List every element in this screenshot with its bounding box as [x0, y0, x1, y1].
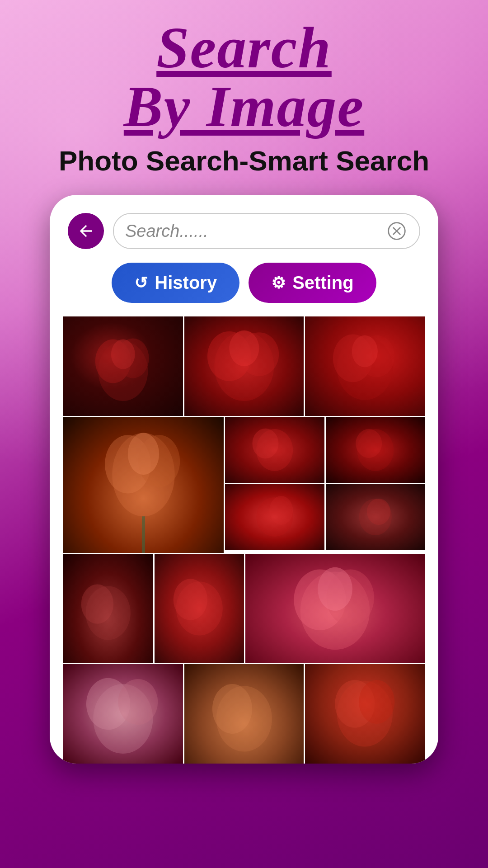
- action-buttons-row: ↺ History ⚙ Setting: [63, 263, 425, 303]
- svg-point-18: [128, 433, 159, 475]
- svg-point-10: [229, 330, 259, 366]
- rose-image-10[interactable]: [63, 664, 183, 764]
- svg-point-15: [112, 433, 174, 517]
- clear-button[interactable]: [385, 220, 408, 242]
- rose-image-5[interactable]: [225, 484, 324, 550]
- history-button[interactable]: ↺ History: [112, 263, 239, 303]
- rose-svg-big-right: [245, 554, 425, 663]
- svg-point-11: [337, 336, 393, 400]
- phone-frame: Search...... ↺ History: [50, 195, 438, 764]
- grid-row-3: [63, 554, 425, 663]
- rose-svg-7: [326, 484, 425, 550]
- search-placeholder: Search......: [125, 222, 208, 241]
- svg-point-37: [86, 678, 130, 730]
- rose-image-big-right[interactable]: [245, 554, 425, 663]
- setting-icon: ⚙: [271, 274, 286, 292]
- content-wrapper: Search By Image Photo Search-Smart Searc…: [0, 0, 488, 764]
- svg-point-38: [118, 679, 158, 725]
- back-button[interactable]: [68, 213, 104, 249]
- rose-svg-12: [305, 664, 425, 764]
- grid-row-2: [63, 417, 425, 553]
- svg-point-5: [117, 338, 149, 378]
- svg-point-20: [256, 429, 293, 471]
- svg-point-8: [207, 331, 251, 381]
- history-icon: ↺: [134, 274, 148, 292]
- rose-svg-6: [326, 417, 425, 483]
- grid-row-4: [63, 664, 425, 764]
- rose-image-12[interactable]: [305, 664, 425, 764]
- rose-svg-10: [63, 664, 183, 764]
- rose-svg-1: [63, 316, 183, 416]
- svg-point-12: [333, 335, 373, 382]
- svg-point-21: [252, 429, 278, 459]
- rose-image-big-left[interactable]: [63, 417, 224, 553]
- search-area: Search......: [63, 213, 425, 249]
- phone-inner: Search...... ↺ History: [63, 213, 425, 764]
- title-byimage: By Image: [124, 77, 364, 136]
- rose-svg-5: [225, 484, 324, 550]
- svg-point-28: [86, 586, 131, 640]
- svg-point-33: [294, 570, 346, 630]
- svg-point-6: [111, 340, 135, 369]
- svg-point-34: [326, 570, 374, 626]
- rose-svg-4: [225, 417, 324, 483]
- svg-point-41: [337, 681, 393, 746]
- svg-point-13: [359, 335, 394, 377]
- svg-point-35: [318, 567, 352, 611]
- svg-point-36: [93, 684, 153, 754]
- svg-point-7: [214, 331, 274, 401]
- svg-point-27: [366, 499, 390, 525]
- svg-point-16: [105, 435, 151, 493]
- svg-point-9: [239, 332, 279, 376]
- svg-point-14: [352, 335, 378, 367]
- svg-point-42: [335, 680, 375, 728]
- rose-svg-11: [184, 664, 304, 764]
- grid-row-1: [63, 316, 425, 416]
- back-arrow-icon: [77, 222, 95, 240]
- app-subtitle: Photo Search-Smart Search: [59, 145, 429, 177]
- history-label: History: [155, 273, 217, 293]
- rose-image-9[interactable]: [155, 554, 244, 663]
- rose-image-4[interactable]: [225, 417, 324, 483]
- rose-image-1[interactable]: [63, 316, 183, 416]
- rose-image-7[interactable]: [326, 484, 425, 550]
- setting-button[interactable]: ⚙ Setting: [249, 263, 376, 303]
- rose-svg-big: [63, 417, 224, 553]
- rose-image-6[interactable]: [326, 417, 425, 483]
- svg-point-17: [138, 435, 180, 487]
- rose-svg-9: [155, 554, 244, 663]
- rose-image-11[interactable]: [184, 664, 304, 764]
- rose-image-8[interactable]: [63, 554, 153, 663]
- rose-image-3[interactable]: [305, 316, 425, 416]
- svg-point-22: [256, 497, 293, 537]
- svg-point-24: [357, 429, 394, 471]
- svg-point-40: [212, 684, 252, 734]
- svg-point-3: [98, 341, 148, 401]
- rose-svg-8: [63, 554, 153, 663]
- clear-icon: [387, 221, 407, 241]
- rose-svg-3: [305, 316, 425, 416]
- svg-point-32: [300, 571, 370, 650]
- svg-point-25: [356, 429, 382, 458]
- svg-point-4: [95, 340, 131, 383]
- rose-image-2[interactable]: [184, 316, 304, 416]
- rose-svg-2: [184, 316, 304, 416]
- svg-point-39: [216, 686, 272, 751]
- svg-point-43: [359, 680, 394, 724]
- svg-point-30: [176, 581, 222, 635]
- title-search: Search: [156, 18, 332, 77]
- svg-point-31: [173, 579, 207, 620]
- svg-point-26: [359, 499, 392, 535]
- search-bar[interactable]: Search......: [113, 213, 420, 249]
- image-grid: [63, 316, 425, 764]
- svg-point-29: [81, 584, 113, 623]
- svg-point-23: [269, 496, 293, 525]
- setting-label: Setting: [292, 273, 354, 293]
